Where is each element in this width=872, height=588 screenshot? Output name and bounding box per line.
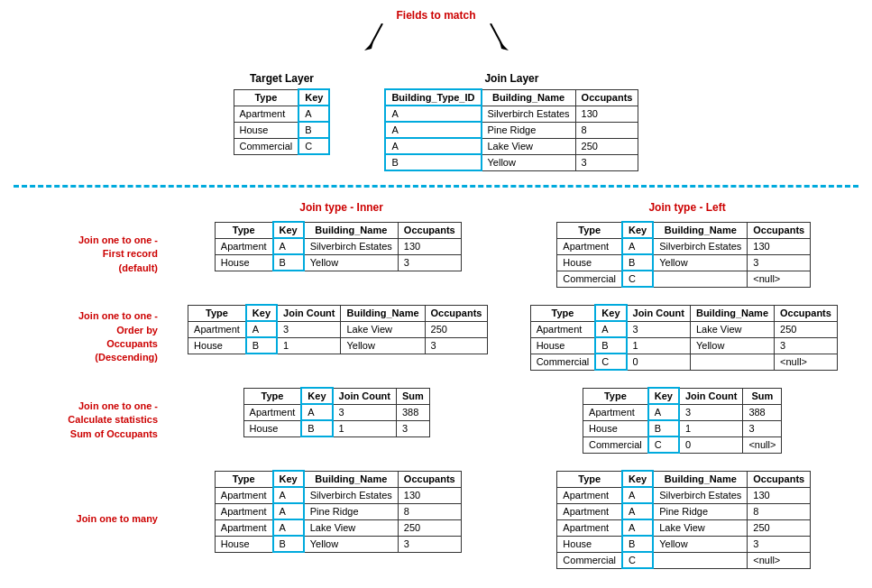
table-cell: Apartment <box>557 238 622 254</box>
table-cell: Commercial <box>234 138 298 154</box>
table-cell: Apartment <box>583 404 648 420</box>
table-row: ApartmentASilverbirch Estates130 <box>557 487 811 503</box>
result-table: TypeKeyBuilding_NameOccupantsApartmentAS… <box>556 221 811 288</box>
table-cell: Apartment <box>215 519 272 536</box>
table-cell: A <box>273 487 304 503</box>
result-table: TypeKeyBuilding_NameOccupantsApartmentAS… <box>556 470 811 569</box>
result-table: TypeKeyJoin CountBuilding_NameOccupantsA… <box>188 304 488 354</box>
table-cell: B <box>385 154 481 170</box>
table-header-row: TypeKeyBuilding_NameOccupants <box>215 471 461 487</box>
table-cell: 0 <box>679 436 743 453</box>
table-cell: 3 <box>627 321 691 337</box>
table-cell: A <box>385 138 481 154</box>
table-cell: A <box>301 404 332 420</box>
table-cell: 3 <box>743 420 782 436</box>
table-row: BYellow3 <box>385 154 638 170</box>
table-cell: A <box>273 238 304 254</box>
table-cell: Yellow <box>653 536 748 552</box>
table-header-row: TypeKeyBuilding_NameOccupants <box>557 222 811 238</box>
table-row: ApartmentA3388 <box>243 404 429 420</box>
table-cell <box>653 271 748 287</box>
table-cell: Lake View <box>482 138 576 154</box>
join-type-headers: Join type - Inner Join type - Left <box>14 201 858 214</box>
result-table: TypeKeyJoin CountBuilding_NameOccupantsA… <box>530 304 838 371</box>
col-header: Sum <box>396 388 429 404</box>
col-header: Type <box>557 222 622 238</box>
col-header: Join Count <box>679 388 743 404</box>
col-header: Key <box>622 471 653 487</box>
table-row: HouseB <box>234 122 329 138</box>
col-header: Key <box>622 222 653 238</box>
join-layer-group: Join Layer Building_Type_ID Building_Nam… <box>384 72 638 171</box>
arrows-container <box>364 23 509 51</box>
table-row: CommercialC0<null> <box>583 436 782 453</box>
col-header: Type <box>215 222 272 238</box>
table-cell: Apartment <box>188 321 246 337</box>
join-row-label: Join one to many <box>14 512 167 526</box>
table-cell: Apartment <box>557 487 622 503</box>
inner-table-wrapper: TypeKeyJoin CountSumApartmentA3388HouseB… <box>243 387 430 437</box>
col-header: Building_Name <box>653 471 748 487</box>
table-row: ApartmentASilverbirch Estates130 <box>557 238 811 254</box>
join-row-label: Join one to one -First record(default) <box>14 234 167 275</box>
table-cell: 250 <box>575 138 638 154</box>
table-cell: House <box>215 536 272 552</box>
table-cell: B <box>622 536 653 552</box>
table-cell: 130 <box>398 487 461 503</box>
table-cell: Pine Ridge <box>304 503 399 519</box>
table-row: ApartmentASilverbirch Estates130 <box>215 487 461 503</box>
table-cell: A <box>273 503 304 519</box>
col-header: Building_Name <box>304 222 399 238</box>
table-cell: Silverbirch Estates <box>304 487 399 503</box>
table-cell: Commercial <box>583 436 648 453</box>
col-header: Building_Name <box>341 305 425 321</box>
table-header-row: TypeKeyJoin CountSum <box>583 388 782 404</box>
table-cell: Lake View <box>690 321 774 337</box>
table-cell: 3 <box>748 536 811 552</box>
table-row: HouseB13 <box>243 420 429 436</box>
join-rows-container: Join one to one -First record(default)Ty… <box>14 221 858 569</box>
table-cell: 130 <box>398 238 461 254</box>
left-table-wrapper: TypeKeyBuilding_NameOccupantsApartmentAS… <box>556 221 811 288</box>
col-header: Occupants <box>775 305 838 321</box>
table-cell: C <box>622 552 653 568</box>
table-cell: Pine Ridge <box>482 122 576 138</box>
col-header: Building_Name <box>653 222 748 238</box>
col-header: Key <box>246 305 277 321</box>
table-row: HouseBYellow3 <box>557 254 811 271</box>
result-table: TypeKeyJoin CountSumApartmentA3388HouseB… <box>583 387 782 454</box>
join-row-label: Join one to one -Order byOccupants(Desce… <box>14 309 167 365</box>
table-row: ApartmentASilverbirch Estates130 <box>215 238 461 254</box>
table-cell: 1 <box>277 337 341 354</box>
table-cell: Yellow <box>482 154 576 170</box>
table-cell: 3 <box>575 154 638 170</box>
table-cell: A <box>622 238 653 254</box>
table-cell: 250 <box>775 321 838 337</box>
table-row: CommercialC<null> <box>557 271 811 287</box>
col-header: Occupants <box>748 471 811 487</box>
table-cell: 0 <box>627 354 691 370</box>
table-row: ApartmentAPine Ridge8 <box>557 503 811 519</box>
table-cell: 1 <box>333 420 397 436</box>
join-col-name: Building_Name <box>482 89 576 106</box>
table-row: HouseBYellow3 <box>557 536 811 552</box>
table-cell: 1 <box>627 337 691 354</box>
join-row-tables: TypeKeyBuilding_NameOccupantsApartmentAS… <box>167 470 858 569</box>
table-row: ALake View250 <box>385 138 638 154</box>
col-header: Join Count <box>277 305 341 321</box>
join-row-tables: TypeKeyJoin CountBuilding_NameOccupantsA… <box>167 304 858 371</box>
result-table: TypeKeyJoin CountSumApartmentA3388HouseB… <box>243 387 430 437</box>
table-cell: Commercial <box>530 354 595 370</box>
join-row: Join one to one -Order byOccupants(Desce… <box>14 304 858 371</box>
join-row: Join one to manyTypeKeyBuilding_NameOccu… <box>14 470 858 569</box>
table-cell: 3 <box>396 420 429 436</box>
table-row: HouseBYellow3 <box>215 536 461 552</box>
table-cell: 3 <box>398 254 461 271</box>
col-header: Occupants <box>398 222 461 238</box>
table-cell: 130 <box>748 238 811 254</box>
table-cell: House <box>243 420 301 436</box>
dashed-separator <box>14 185 858 188</box>
table-cell: B <box>273 254 304 271</box>
left-table-wrapper: TypeKeyBuilding_NameOccupantsApartmentAS… <box>556 470 811 569</box>
table-cell: 8 <box>398 503 461 519</box>
